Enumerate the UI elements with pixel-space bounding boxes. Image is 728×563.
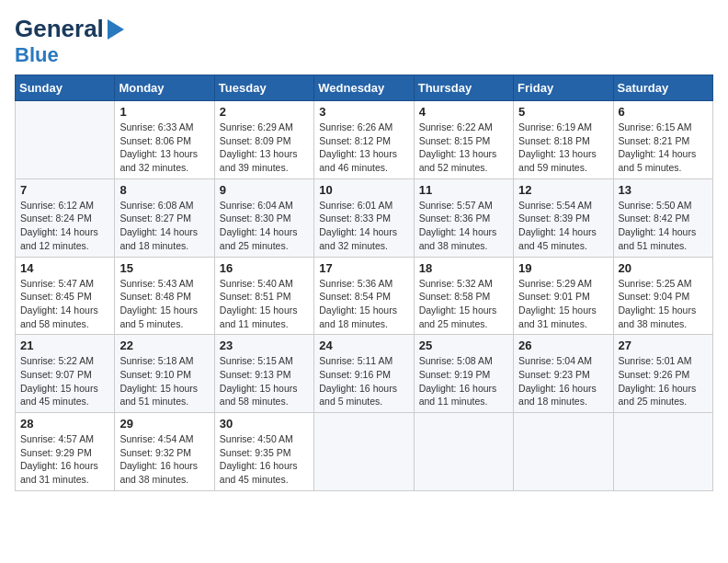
day-info: Sunrise: 5:36 AM Sunset: 8:54 PM Dayligh… xyxy=(319,277,408,331)
day-number: 15 xyxy=(119,261,209,275)
calendar-cell: 6Sunrise: 6:15 AM Sunset: 8:21 PM Daylig… xyxy=(613,101,712,179)
day-number: 4 xyxy=(419,105,508,119)
calendar-cell xyxy=(414,413,513,491)
calendar-cell: 4Sunrise: 6:22 AM Sunset: 8:15 PM Daylig… xyxy=(414,101,513,179)
day-number: 27 xyxy=(619,339,708,352)
calendar-cell: 16Sunrise: 5:40 AM Sunset: 8:51 PM Dayli… xyxy=(214,257,313,335)
logo-arrow-icon xyxy=(108,19,124,40)
day-info: Sunrise: 5:43 AM Sunset: 8:48 PM Dayligh… xyxy=(119,277,209,331)
calendar-cell: 10Sunrise: 6:01 AM Sunset: 8:33 PM Dayli… xyxy=(314,178,414,257)
day-info: Sunrise: 6:15 AM Sunset: 8:21 PM Dayligh… xyxy=(619,121,708,175)
day-number: 5 xyxy=(518,105,608,119)
day-number: 19 xyxy=(518,261,608,275)
calendar-cell: 18Sunrise: 5:32 AM Sunset: 8:58 PM Dayli… xyxy=(414,257,513,335)
calendar-cell: 25Sunrise: 5:08 AM Sunset: 9:19 PM Dayli… xyxy=(414,335,513,413)
calendar-table: SundayMondayTuesdayWednesdayThursdayFrid… xyxy=(15,75,713,491)
calendar-cell: 21Sunrise: 5:22 AM Sunset: 9:07 PM Dayli… xyxy=(16,335,115,413)
day-info: Sunrise: 5:15 AM Sunset: 9:13 PM Dayligh… xyxy=(220,354,309,408)
day-info: Sunrise: 6:26 AM Sunset: 8:12 PM Dayligh… xyxy=(319,121,408,175)
day-info: Sunrise: 4:50 AM Sunset: 9:35 PM Dayligh… xyxy=(220,432,309,487)
weekday-header-wednesday: Wednesday xyxy=(314,75,414,101)
logo: General Blue xyxy=(15,15,124,67)
day-number: 2 xyxy=(220,105,309,119)
calendar-cell: 5Sunrise: 6:19 AM Sunset: 8:18 PM Daylig… xyxy=(514,101,613,179)
calendar-cell: 3Sunrise: 6:26 AM Sunset: 8:12 PM Daylig… xyxy=(314,101,414,179)
weekday-header-saturday: Saturday xyxy=(613,75,712,101)
calendar-cell: 14Sunrise: 5:47 AM Sunset: 8:45 PM Dayli… xyxy=(16,257,115,335)
day-info: Sunrise: 6:19 AM Sunset: 8:18 PM Dayligh… xyxy=(518,121,608,175)
day-number: 17 xyxy=(319,261,408,275)
weekday-header-friday: Friday xyxy=(514,75,613,101)
day-info: Sunrise: 5:01 AM Sunset: 9:26 PM Dayligh… xyxy=(619,354,708,408)
calendar-cell xyxy=(16,101,115,179)
day-info: Sunrise: 5:18 AM Sunset: 9:10 PM Dayligh… xyxy=(119,354,209,408)
calendar-week-row: 7Sunrise: 6:12 AM Sunset: 8:24 PM Daylig… xyxy=(16,178,713,257)
day-number: 7 xyxy=(20,183,109,197)
calendar-cell xyxy=(514,413,613,491)
day-info: Sunrise: 4:57 AM Sunset: 9:29 PM Dayligh… xyxy=(20,432,109,487)
day-info: Sunrise: 5:47 AM Sunset: 8:45 PM Dayligh… xyxy=(20,277,109,331)
day-number: 26 xyxy=(518,339,608,352)
day-number: 10 xyxy=(319,183,408,197)
day-number: 3 xyxy=(319,105,408,119)
calendar-cell: 11Sunrise: 5:57 AM Sunset: 8:36 PM Dayli… xyxy=(414,178,513,257)
day-info: Sunrise: 5:50 AM Sunset: 8:42 PM Dayligh… xyxy=(619,199,708,253)
calendar-cell: 1Sunrise: 6:33 AM Sunset: 8:06 PM Daylig… xyxy=(115,101,214,179)
day-info: Sunrise: 5:40 AM Sunset: 8:51 PM Dayligh… xyxy=(220,277,309,331)
weekday-header-thursday: Thursday xyxy=(414,75,513,101)
day-info: Sunrise: 5:08 AM Sunset: 9:19 PM Dayligh… xyxy=(419,354,508,408)
day-info: Sunrise: 6:12 AM Sunset: 8:24 PM Dayligh… xyxy=(20,199,109,253)
calendar-cell: 2Sunrise: 6:29 AM Sunset: 8:09 PM Daylig… xyxy=(214,101,313,179)
weekday-header-tuesday: Tuesday xyxy=(214,75,313,101)
weekday-header-sunday: Sunday xyxy=(16,75,115,101)
day-info: Sunrise: 6:33 AM Sunset: 8:06 PM Dayligh… xyxy=(119,121,209,175)
calendar-cell: 28Sunrise: 4:57 AM Sunset: 9:29 PM Dayli… xyxy=(16,413,115,491)
calendar-cell: 23Sunrise: 5:15 AM Sunset: 9:13 PM Dayli… xyxy=(214,335,313,413)
day-info: Sunrise: 6:01 AM Sunset: 8:33 PM Dayligh… xyxy=(319,199,408,253)
day-number: 21 xyxy=(20,339,109,352)
calendar-week-row: 21Sunrise: 5:22 AM Sunset: 9:07 PM Dayli… xyxy=(16,335,713,413)
day-number: 14 xyxy=(20,261,109,275)
weekday-header-row: SundayMondayTuesdayWednesdayThursdayFrid… xyxy=(16,75,713,101)
calendar-cell: 12Sunrise: 5:54 AM Sunset: 8:39 PM Dayli… xyxy=(514,178,613,257)
calendar-cell: 19Sunrise: 5:29 AM Sunset: 9:01 PM Dayli… xyxy=(514,257,613,335)
calendar-cell: 9Sunrise: 6:04 AM Sunset: 8:30 PM Daylig… xyxy=(214,178,313,257)
day-number: 30 xyxy=(220,417,309,431)
day-number: 28 xyxy=(20,417,109,431)
day-number: 29 xyxy=(119,417,209,431)
calendar-cell: 22Sunrise: 5:18 AM Sunset: 9:10 PM Dayli… xyxy=(115,335,214,413)
calendar-cell: 8Sunrise: 6:08 AM Sunset: 8:27 PM Daylig… xyxy=(115,178,214,257)
day-info: Sunrise: 5:25 AM Sunset: 9:04 PM Dayligh… xyxy=(619,277,708,331)
calendar-cell: 20Sunrise: 5:25 AM Sunset: 9:04 PM Dayli… xyxy=(613,257,712,335)
day-info: Sunrise: 5:04 AM Sunset: 9:23 PM Dayligh… xyxy=(518,354,608,408)
day-info: Sunrise: 4:54 AM Sunset: 9:32 PM Dayligh… xyxy=(119,432,209,487)
logo-blue: Blue xyxy=(15,43,59,66)
day-info: Sunrise: 6:29 AM Sunset: 8:09 PM Dayligh… xyxy=(220,121,309,175)
day-number: 12 xyxy=(518,183,608,197)
day-info: Sunrise: 5:32 AM Sunset: 8:58 PM Dayligh… xyxy=(419,277,508,331)
calendar-cell: 13Sunrise: 5:50 AM Sunset: 8:42 PM Dayli… xyxy=(613,178,712,257)
calendar-cell: 29Sunrise: 4:54 AM Sunset: 9:32 PM Dayli… xyxy=(115,413,214,491)
day-info: Sunrise: 5:54 AM Sunset: 8:39 PM Dayligh… xyxy=(518,199,608,253)
calendar-cell: 26Sunrise: 5:04 AM Sunset: 9:23 PM Dayli… xyxy=(514,335,613,413)
calendar-cell: 30Sunrise: 4:50 AM Sunset: 9:35 PM Dayli… xyxy=(214,413,313,491)
day-number: 18 xyxy=(419,261,508,275)
day-number: 23 xyxy=(220,339,309,352)
calendar-week-row: 28Sunrise: 4:57 AM Sunset: 9:29 PM Dayli… xyxy=(16,413,713,491)
day-info: Sunrise: 5:57 AM Sunset: 8:36 PM Dayligh… xyxy=(419,199,508,253)
svg-marker-0 xyxy=(108,19,124,40)
day-number: 1 xyxy=(119,105,209,119)
weekday-header-monday: Monday xyxy=(115,75,214,101)
page-header: General Blue xyxy=(15,15,713,67)
calendar-cell: 27Sunrise: 5:01 AM Sunset: 9:26 PM Dayli… xyxy=(613,335,712,413)
calendar-week-row: 14Sunrise: 5:47 AM Sunset: 8:45 PM Dayli… xyxy=(16,257,713,335)
calendar-cell: 15Sunrise: 5:43 AM Sunset: 8:48 PM Dayli… xyxy=(115,257,214,335)
day-info: Sunrise: 6:04 AM Sunset: 8:30 PM Dayligh… xyxy=(220,199,309,253)
day-info: Sunrise: 6:08 AM Sunset: 8:27 PM Dayligh… xyxy=(119,199,209,253)
day-info: Sunrise: 5:22 AM Sunset: 9:07 PM Dayligh… xyxy=(20,354,109,408)
day-number: 16 xyxy=(220,261,309,275)
calendar-cell xyxy=(613,413,712,491)
day-info: Sunrise: 5:29 AM Sunset: 9:01 PM Dayligh… xyxy=(518,277,608,331)
calendar-cell: 17Sunrise: 5:36 AM Sunset: 8:54 PM Dayli… xyxy=(314,257,414,335)
calendar-cell xyxy=(314,413,414,491)
